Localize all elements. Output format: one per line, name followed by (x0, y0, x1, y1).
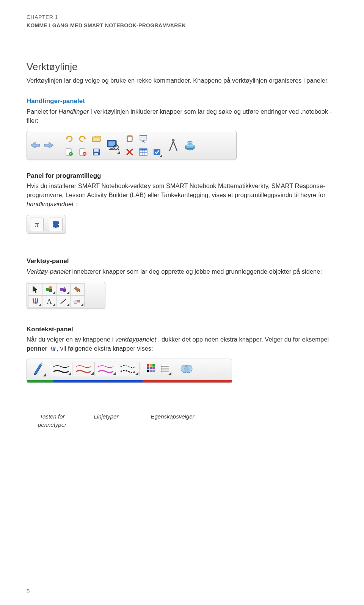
section-title: Verktøylinje (27, 60, 337, 74)
svg-rect-43 (150, 364, 152, 367)
chapter-label: CHAPTER 1 (27, 13, 337, 21)
svg-rect-50 (152, 370, 155, 372)
text-fragment: , dukker det opp noen ekstra knapper. Ve… (156, 336, 329, 343)
text-fragment: Hvis du installerer SMART Notebook-verkt… (27, 182, 325, 198)
linestyle-3[interactable] (94, 362, 117, 376)
svg-point-31 (63, 289, 66, 292)
svg-rect-48 (147, 370, 149, 372)
text-bold: penner (27, 345, 47, 352)
svg-point-52 (161, 368, 162, 369)
pens-tool[interactable] (28, 295, 42, 307)
pen-blue-button[interactable] (28, 360, 47, 377)
page-add-icon[interactable] (63, 146, 75, 158)
overlap-circles-button[interactable] (179, 361, 194, 376)
save-icon[interactable] (90, 146, 102, 158)
color-swatch-button[interactable] (145, 362, 158, 376)
heading-kontekstpanel: Kontekst-panel (27, 325, 337, 334)
svg-rect-37 (77, 299, 80, 302)
svg-point-53 (161, 370, 162, 371)
back-icon[interactable] (29, 139, 41, 151)
svg-rect-5 (94, 149, 99, 152)
snap-tool-icon[interactable] (151, 146, 163, 158)
context-color-stripe (27, 380, 232, 382)
svg-rect-14 (128, 137, 132, 141)
context-annotations: Tasten for pennetyper Linjetyper Egenska… (27, 412, 337, 429)
svg-rect-38 (51, 346, 53, 351)
undo-icon[interactable] (63, 133, 75, 145)
svg-rect-49 (150, 370, 152, 372)
svg-rect-34 (35, 298, 36, 304)
linestyle-1[interactable] (50, 362, 72, 376)
section-intro: Verktøylinjen lar deg velge og bruke en … (27, 76, 337, 85)
chapter-subtitle: KOMME I GANG MED SMART NOTEBOOK-PROGRAMV… (27, 22, 337, 29)
presentation-icon[interactable] (137, 133, 149, 145)
puzzle-addon-button[interactable] (49, 218, 63, 231)
svg-rect-42 (147, 364, 149, 367)
text-fragment: , vil følgende ekstra knapper vises: (57, 345, 153, 352)
svg-rect-44 (152, 364, 155, 367)
fill-tool[interactable] (70, 283, 85, 295)
svg-rect-18 (140, 149, 147, 150)
svg-point-20 (172, 139, 174, 141)
paste-icon[interactable] (124, 133, 136, 145)
inkwell-icon[interactable] (182, 136, 198, 155)
linestyle-4[interactable] (117, 362, 140, 376)
text-tool[interactable]: A (42, 295, 56, 307)
svg-point-56 (185, 365, 192, 373)
eraser-tool[interactable] (70, 295, 85, 307)
text-fragment: Panelet for (27, 108, 58, 115)
pens-inline-icon (50, 346, 56, 352)
text-fragment: : (74, 201, 77, 207)
toolbar-context (27, 359, 232, 383)
svg-rect-25 (188, 143, 191, 145)
redo-icon[interactable] (77, 133, 89, 145)
text-emphasis: Verktøy-panelet (27, 268, 71, 275)
table-icon[interactable] (137, 146, 149, 158)
svg-rect-46 (150, 367, 152, 369)
toolbar-tools: A (27, 282, 105, 309)
addon-panel: π (27, 215, 66, 234)
pi-addon-button[interactable]: π (30, 218, 44, 231)
text-emphasis: handlingsvinduet (27, 201, 74, 207)
text-fragment: Når du velger en av knappene i (27, 336, 115, 343)
svg-rect-13 (128, 135, 131, 136)
svg-rect-28 (49, 289, 52, 292)
text-emphasis: verktøypanelet (115, 336, 156, 343)
svg-point-54 (161, 371, 162, 373)
svg-rect-6 (94, 153, 98, 155)
page-number: 5 (27, 587, 30, 596)
svg-rect-9 (110, 148, 113, 149)
heading-programtillegg: Panel for programtillegg (27, 171, 337, 181)
svg-rect-15 (140, 136, 147, 140)
verktoypanel-text: Verktøy-panelet innebærer knapper som la… (27, 267, 337, 276)
shapes-purple-tool[interactable] (56, 283, 71, 295)
svg-rect-10 (109, 149, 115, 150)
linestyle-2[interactable] (72, 362, 95, 376)
text-emphasis: Handlinger (58, 108, 89, 115)
svg-rect-19 (154, 149, 160, 155)
svg-rect-16 (140, 135, 147, 136)
svg-rect-45 (147, 367, 149, 369)
programtillegg-text: Hvis du installerer SMART Notebook-verkt… (27, 182, 337, 209)
delete-x-icon[interactable] (124, 146, 136, 158)
svg-rect-39 (53, 346, 53, 351)
kontekstpanel-text: Når du velger en av knappene i verktøypa… (27, 335, 337, 353)
open-folder-icon[interactable] (90, 133, 102, 145)
shapes-color-tool[interactable] (42, 283, 56, 295)
text-fragment: innebærer knapper som lar deg opprette o… (71, 268, 322, 275)
page-delete-icon[interactable] (77, 146, 89, 158)
cursor-tool[interactable] (28, 283, 42, 295)
forward-icon[interactable] (43, 139, 55, 151)
svg-point-41 (34, 374, 36, 375)
line-tool[interactable] (56, 295, 71, 307)
heading-handlinger: Handlinger-panelet (27, 97, 337, 106)
line-options-button[interactable] (158, 362, 172, 376)
compass-icon[interactable] (166, 136, 181, 155)
svg-rect-47 (152, 367, 155, 369)
puzzle-piece-icon (52, 220, 60, 229)
handlinger-text: Panelet for Handlinger i verktøylinjen i… (27, 107, 337, 125)
annot-pentypes: Tasten for pennetyper (27, 412, 78, 429)
svg-rect-33 (33, 298, 35, 303)
monitor-zoom-icon[interactable] (105, 136, 121, 155)
svg-point-32 (79, 290, 80, 292)
